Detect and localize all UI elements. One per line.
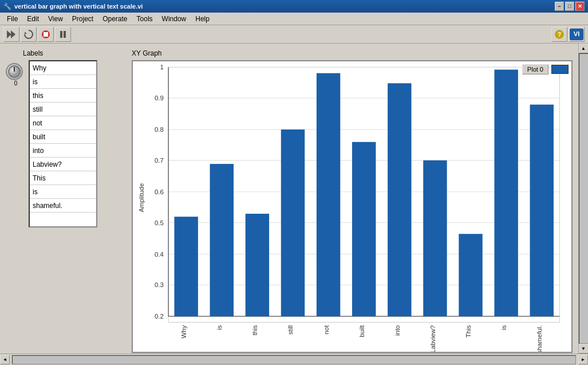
menu-bar: File Edit View Project Operate Tools Win…	[0, 13, 588, 25]
plot-button[interactable]: Plot 0	[522, 64, 548, 74]
app-icon: 🔧	[3, 2, 11, 10]
menu-operate[interactable]: Operate	[98, 14, 132, 24]
left-panel: Labels	[0, 44, 126, 354]
list-item	[30, 213, 96, 226]
list-item: still	[30, 103, 96, 116]
menu-help[interactable]: Help	[191, 14, 214, 24]
bar-chart: 1 0.9 0.8 0.7 0.6 0.5 0.4 0.3 0.2 Amplit…	[133, 61, 571, 352]
bar-is1	[210, 164, 234, 316]
svg-text:VI: VI	[574, 30, 580, 37]
svg-text:Why: Why	[180, 325, 187, 338]
bottom-bar: ◄ ►	[0, 354, 588, 365]
graph-area: XY Graph Plot 0	[126, 44, 578, 354]
svg-text:0.2: 0.2	[155, 313, 164, 320]
menu-tools[interactable]: Tools	[132, 14, 157, 24]
list-item: This	[30, 171, 96, 185]
list-item: is	[30, 75, 96, 89]
labels-list: Why is this still not built into Labview…	[29, 60, 97, 227]
svg-text:0.5: 0.5	[155, 219, 164, 226]
bar-shameful	[530, 105, 554, 317]
context-help-button[interactable]: VI	[569, 27, 585, 42]
list-item: not	[30, 116, 96, 130]
svg-marker-2	[25, 32, 27, 34]
scroll-left-button[interactable]: ◄	[0, 355, 10, 364]
svg-text:this: this	[251, 325, 258, 335]
bar-labview	[423, 160, 447, 316]
list-item: this	[30, 89, 96, 103]
minimize-button[interactable]: −	[555, 2, 564, 11]
menu-edit[interactable]: Edit	[22, 14, 44, 24]
list-item: Labview?	[30, 158, 96, 171]
labels-header: Labels	[6, 49, 120, 57]
bar-why	[174, 217, 198, 316]
svg-text:This: This	[465, 325, 472, 337]
main-content: Labels	[0, 44, 588, 354]
svg-text:1: 1	[160, 64, 163, 70]
svg-text:is: is	[216, 325, 223, 330]
list-item: Why	[30, 61, 96, 75]
svg-text:0.3: 0.3	[155, 281, 164, 288]
refresh-button[interactable]	[21, 27, 37, 42]
svg-rect-6	[64, 31, 66, 38]
svg-text:into: into	[394, 325, 401, 336]
scroll-right-button[interactable]: ►	[578, 355, 588, 364]
svg-marker-0	[7, 30, 11, 38]
svg-text:shameful.: shameful.	[536, 325, 543, 352]
knob-container: 0 Why is this still not built into Labvi…	[6, 60, 120, 227]
scroll-track-vertical[interactable]	[579, 53, 589, 344]
stop-button[interactable]	[38, 27, 54, 42]
bar-into	[388, 83, 411, 316]
svg-text:is: is	[500, 325, 507, 330]
menu-project[interactable]: Project	[68, 14, 98, 24]
svg-text:0.4: 0.4	[155, 251, 164, 258]
toolbar: ? VI	[0, 25, 588, 44]
svg-text:Amplitude: Amplitude	[138, 183, 145, 213]
menu-window[interactable]: Window	[157, 14, 191, 24]
list-item: built	[30, 130, 96, 144]
bar-this	[246, 214, 269, 316]
bar-not	[317, 73, 340, 316]
plot-color-swatch[interactable]	[551, 65, 569, 74]
svg-text:0.6: 0.6	[155, 189, 164, 195]
knob-value: 0	[14, 80, 18, 87]
scroll-up-button[interactable]: ▲	[579, 44, 589, 53]
plot-label-container: Plot 0	[522, 64, 569, 74]
svg-text:not: not	[323, 325, 330, 335]
window-controls: − □ ✕	[555, 2, 585, 11]
scrollbar-horizontal[interactable]	[12, 355, 576, 364]
run-arrows-button[interactable]	[3, 27, 19, 42]
svg-text:?: ?	[558, 32, 561, 38]
help-button[interactable]: ?	[551, 27, 567, 42]
bar-is2	[494, 69, 518, 316]
svg-text:0.7: 0.7	[155, 157, 164, 164]
graph-container: Plot 0	[132, 60, 573, 353]
maximize-button[interactable]: □	[565, 2, 574, 11]
pause-button[interactable]	[55, 27, 71, 42]
graph-title: XY Graph	[132, 49, 573, 57]
title-bar: 🔧 vertical bar graph with vertical text …	[0, 0, 588, 13]
menu-view[interactable]: View	[44, 14, 68, 24]
bar-built	[352, 142, 376, 316]
menu-file[interactable]: File	[2, 14, 22, 24]
close-button[interactable]: ✕	[575, 2, 585, 11]
svg-text:0.9: 0.9	[155, 95, 164, 101]
window-title: vertical bar graph with vertical text sc…	[14, 3, 143, 10]
list-item: into	[30, 144, 96, 158]
labels-section: Labels	[6, 49, 120, 227]
scroll-down-button[interactable]: ▼	[579, 344, 589, 354]
svg-text:still: still	[287, 325, 294, 335]
bar-still	[281, 129, 305, 316]
svg-rect-5	[60, 31, 62, 38]
svg-text:built: built	[358, 325, 365, 337]
list-item: is	[30, 185, 96, 199]
list-item: shameful.	[30, 199, 96, 213]
knob[interactable]	[6, 63, 23, 80]
right-scrollbar: ▲ ▼	[578, 44, 588, 354]
bar-this2	[459, 234, 482, 316]
labels-title: Labels	[23, 49, 43, 57]
svg-text:0.8: 0.8	[155, 126, 164, 133]
svg-marker-1	[11, 30, 15, 38]
svg-text:Labview?: Labview?	[429, 325, 436, 352]
svg-rect-4	[44, 32, 48, 37]
